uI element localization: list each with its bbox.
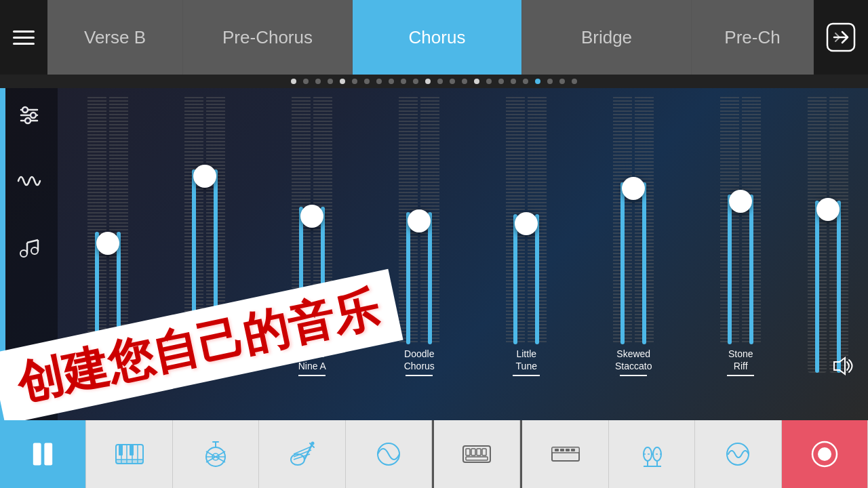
slider-container[interactable]	[797, 95, 858, 373]
svg-rect-41	[471, 449, 475, 455]
synth-button[interactable]	[346, 420, 432, 488]
dot	[572, 79, 577, 84]
dot	[523, 79, 528, 84]
share-button[interactable]	[814, 0, 868, 75]
dot	[401, 79, 406, 84]
track-little-tune: LittleTune	[473, 88, 580, 383]
track-partial-right	[794, 88, 861, 383]
dot	[291, 79, 296, 84]
svg-rect-51	[571, 449, 575, 451]
progress-dots	[0, 75, 868, 88]
hamburger-icon	[13, 30, 35, 45]
slider-container[interactable]	[68, 95, 148, 344]
dot	[425, 79, 431, 84]
track-label: StoneRiff	[728, 348, 753, 372]
dot	[437, 79, 443, 84]
track-label: SkewedStaccato	[615, 348, 652, 372]
tab-verse-b[interactable]: Verse B	[47, 0, 183, 75]
svg-rect-40	[466, 449, 470, 455]
dot	[511, 79, 516, 84]
svg-rect-13	[33, 443, 41, 465]
pause-icon	[25, 436, 60, 472]
dot	[389, 79, 394, 84]
keyboard-icon	[459, 436, 494, 472]
wave-icon	[720, 436, 755, 472]
tab-chorus[interactable]: Chorus	[353, 0, 522, 75]
wave-button[interactable]	[695, 420, 781, 488]
mic-icon	[634, 436, 669, 472]
svg-line-11	[27, 240, 38, 243]
tabs-container: Verse B Pre-Chorus Chorus Bridge Pre-Ch	[47, 0, 814, 75]
record-button[interactable]	[782, 420, 868, 488]
main-mixing-area: p TheChorus A BassLeap C	[0, 88, 868, 420]
dot	[559, 79, 565, 84]
dot	[352, 79, 357, 84]
dot	[364, 79, 370, 84]
dot	[462, 79, 467, 84]
volume-button[interactable]	[829, 353, 854, 383]
bass-icon	[284, 436, 319, 472]
bottom-toolbar	[0, 420, 868, 488]
svg-rect-42	[477, 449, 481, 455]
slider-container[interactable]	[476, 95, 576, 344]
svg-point-61	[818, 447, 831, 461]
tab-pre-chorus[interactable]: Pre-Chorus	[183, 0, 353, 75]
bass-button[interactable]	[259, 420, 345, 488]
dot	[328, 79, 333, 84]
svg-point-37	[311, 442, 315, 445]
record-icon	[807, 436, 842, 472]
keyboard-button[interactable]	[434, 420, 520, 488]
svg-rect-23	[130, 445, 134, 455]
track-skewed-staccato: SkewedStaccato	[580, 88, 687, 383]
dot	[474, 79, 479, 84]
svg-rect-44	[466, 457, 488, 460]
dot-active	[535, 79, 540, 84]
dot	[450, 79, 455, 84]
dot	[340, 79, 345, 84]
mic-button[interactable]	[609, 420, 695, 488]
svg-rect-52	[555, 454, 576, 459]
svg-marker-12	[834, 358, 845, 374]
track-label: LittleTune	[516, 348, 537, 372]
guitar-icon	[198, 436, 233, 472]
track-label: DoodleChorus	[404, 348, 435, 372]
piano-icon	[112, 436, 147, 472]
dot	[547, 79, 553, 84]
tab-pre-cho[interactable]: Pre-Ch	[692, 0, 814, 75]
svg-point-4	[22, 107, 28, 113]
svg-point-5	[31, 113, 36, 118]
dot	[486, 79, 492, 84]
svg-point-7	[20, 250, 27, 257]
drums-button[interactable]	[522, 420, 608, 488]
svg-rect-14	[45, 443, 53, 465]
svg-point-6	[25, 118, 31, 123]
svg-rect-49	[560, 449, 564, 451]
dot	[303, 79, 309, 84]
dot	[315, 79, 321, 84]
track-stone-riff: StoneRiff	[687, 88, 794, 383]
dot	[498, 79, 504, 84]
slider-container[interactable]	[690, 95, 791, 344]
dot	[376, 79, 382, 84]
drums-icon	[548, 436, 583, 472]
guitar-button[interactable]	[173, 420, 259, 488]
svg-rect-48	[555, 449, 559, 451]
svg-rect-43	[482, 449, 486, 455]
svg-point-8	[31, 247, 38, 254]
share-icon	[826, 22, 856, 52]
piano-button[interactable]	[86, 420, 172, 488]
slider-container[interactable]	[583, 95, 684, 344]
svg-rect-22	[119, 445, 123, 455]
dot	[413, 79, 418, 84]
music-note-icon[interactable]	[16, 233, 43, 265]
synth-icon	[371, 436, 406, 472]
svg-rect-16	[116, 460, 143, 464]
svg-rect-50	[566, 449, 570, 451]
tab-bridge[interactable]: Bridge	[522, 0, 692, 75]
waveform-icon[interactable]	[16, 167, 43, 199]
pause-button[interactable]	[0, 420, 86, 488]
menu-button[interactable]	[0, 0, 47, 75]
header: Verse B Pre-Chorus Chorus Bridge Pre-Ch	[0, 0, 868, 75]
svg-point-59	[727, 443, 749, 465]
mixer-icon[interactable]	[16, 102, 43, 134]
